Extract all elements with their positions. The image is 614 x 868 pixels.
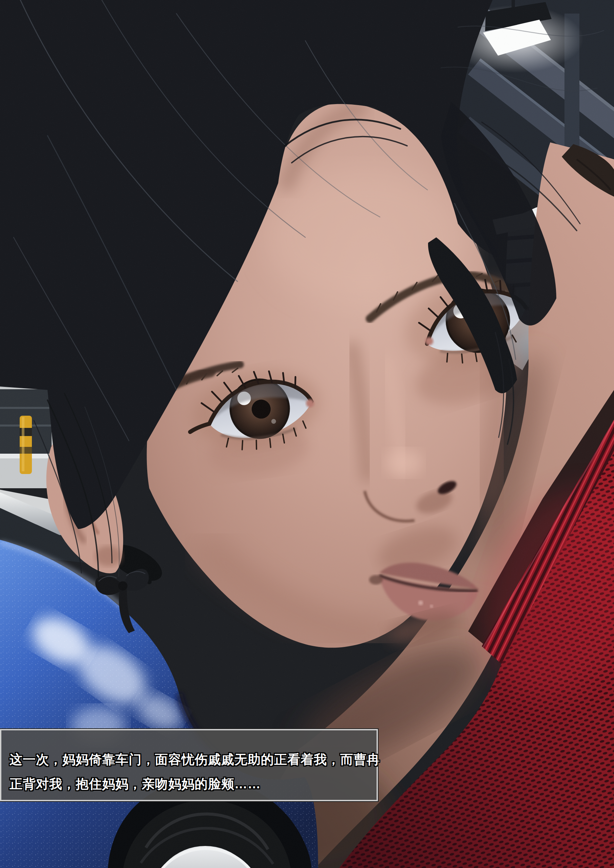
- caption-line-2: 正背对我，抱住妈妈，亲吻妈妈的脸颊……: [9, 772, 370, 796]
- caption-box: 这一次，妈妈倚靠车门，面容忧伤戚戚无助的正看着我，而曹冉 正背对我，抱住妈妈，亲…: [0, 729, 378, 801]
- comic-page: { "caption": { "lines": [ "这一次，妈妈倚靠车门，面容…: [0, 0, 614, 868]
- caption-line-1: 这一次，妈妈倚靠车门，面容忧伤戚戚无助的正看着我，而曹冉: [9, 747, 370, 772]
